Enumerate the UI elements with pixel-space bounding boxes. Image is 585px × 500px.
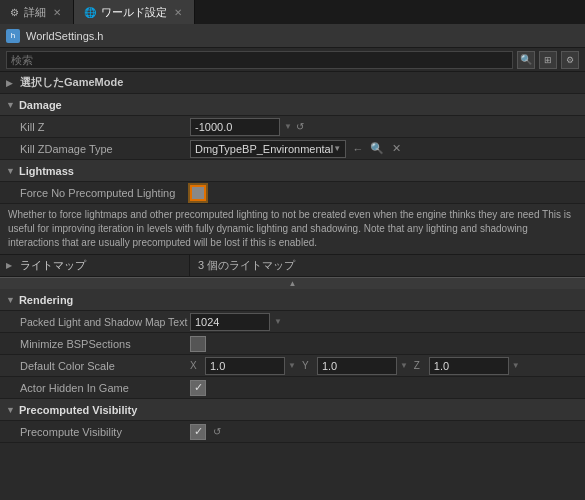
minimize-bsp-checkbox[interactable] [190,336,206,352]
precomputed-label: Precomputed Visibility [19,404,137,416]
packed-light-dropdown-icon[interactable]: ▼ [274,317,282,326]
kill-zdamage-value: DmgTypeBP_Environmental ▼ ← 🔍 ✕ [190,140,585,158]
kill-zdamage-row: Kill ZDamage Type DmgTypeBP_Environmenta… [0,138,585,160]
precompute-vis-checkbox[interactable]: ✓ [190,424,206,440]
kill-zdamage-arrow-icon[interactable]: ← [350,141,366,157]
details-tab-close[interactable]: ✕ [51,6,63,18]
kill-zdamage-dropdown-text: DmgTypeBP_Environmental [195,143,333,155]
precompute-vis-check-icon: ✓ [194,425,203,438]
grid-view-button[interactable]: ⊞ [539,51,557,69]
rendering-arrow-icon: ▼ [6,295,15,305]
gamemode-label: 選択したGameMode [20,75,123,90]
kill-z-input[interactable] [190,118,280,136]
packed-light-row: Packed Light and Shadow Map Text ▼ [0,311,585,333]
actor-hidden-checkbox[interactable]: ✓ [190,380,206,396]
lightmass-label: Lightmass [19,165,74,177]
rendering-section-header[interactable]: ▼ Rendering [0,289,585,311]
actor-hidden-check-icon: ✓ [194,381,203,394]
precompute-vis-row: Precompute Visibility ✓ ↺ [0,421,585,443]
lightmap-row: ▶ ライトマップ 3 個のライトマップ [0,255,585,277]
packed-light-input[interactable] [190,313,270,331]
kill-z-reset-icon[interactable]: ↺ [296,121,304,132]
kill-zdamage-browse-icon[interactable]: 🔍 [369,141,385,157]
force-no-precomputed-label: Force No Precomputed Lighting [0,187,190,199]
x-dropdown-icon[interactable]: ▼ [288,361,296,370]
tab-bar: ⚙ 詳細 ✕ 🌐 ワールド設定 ✕ [0,0,585,24]
default-color-value: X ▼ Y ▼ Z ▼ [190,357,585,375]
tab-world[interactable]: 🌐 ワールド設定 ✕ [74,0,195,24]
precomputed-arrow-icon: ▼ [6,405,15,415]
details-tab-icon: ⚙ [10,7,19,18]
precomputed-section-header[interactable]: ▼ Precomputed Visibility [0,399,585,421]
gamemode-arrow-icon: ▶ [6,78,16,88]
search-button[interactable]: 🔍 [517,51,535,69]
packed-light-label: Packed Light and Shadow Map Text [0,316,190,328]
search-input[interactable] [6,51,513,69]
force-no-precomputed-row: Force No Precomputed Lighting [0,182,585,204]
minimize-bsp-row: Minimize BSPSections [0,333,585,355]
packed-light-value: ▼ [190,313,585,331]
y-dropdown-icon[interactable]: ▼ [400,361,408,370]
search-bar: 🔍 ⊞ ⚙ [0,48,585,72]
lightmap-collapse-icon: ▲ [289,279,297,288]
lightmass-description-text: Whether to force lightmaps and other pre… [8,209,571,248]
minimize-bsp-value [190,336,585,352]
lightmap-count: 3 個のライトマップ [190,258,585,273]
world-tab-close[interactable]: ✕ [172,6,184,18]
xyz-group: X ▼ Y ▼ Z ▼ [190,357,520,375]
world-tab-label: ワールド設定 [101,5,167,20]
kill-zdamage-actions: ← 🔍 ✕ [350,141,404,157]
file-icon: h [6,29,20,43]
x-label: X [190,360,202,371]
toolbar: h WorldSettings.h [0,24,585,48]
force-no-precomputed-value [190,185,585,201]
x-input[interactable] [205,357,285,375]
minimize-bsp-label: Minimize BSPSections [0,338,190,350]
kill-z-row: Kill Z ▼ ↺ [0,116,585,138]
lightmap-label: ライトマップ [20,258,86,273]
kill-z-label: Kill Z [0,121,190,133]
y-input[interactable] [317,357,397,375]
precompute-vis-label: Precompute Visibility [0,426,190,438]
rendering-label: Rendering [19,294,73,306]
lightmap-left[interactable]: ▶ ライトマップ [0,255,190,276]
actor-hidden-label: Actor Hidden In Game [0,382,190,394]
actor-hidden-value: ✓ [190,380,585,396]
lightmass-arrow-icon: ▼ [6,166,15,176]
z-input[interactable] [429,357,509,375]
damage-label: Damage [19,99,62,111]
z-label: Z [414,360,426,371]
gamemode-category[interactable]: ▶ 選択したGameMode [0,72,585,94]
kill-z-value: ▼ ↺ [190,118,585,136]
z-dropdown-icon[interactable]: ▼ [512,361,520,370]
kill-zdamage-dropdown-arrow-icon: ▼ [333,144,341,153]
lightmap-arrow-icon: ▶ [6,261,16,270]
lightmap-collapse-button[interactable]: ▲ [0,277,585,289]
settings-button[interactable]: ⚙ [561,51,579,69]
default-color-row: Default Color Scale X ▼ Y ▼ Z ▼ [0,355,585,377]
actor-hidden-row: Actor Hidden In Game ✓ [0,377,585,399]
kill-zdamage-label: Kill ZDamage Type [0,143,190,155]
kill-z-arrow-icon[interactable]: ▼ [284,122,292,131]
precompute-vis-value: ✓ ↺ [190,424,585,440]
force-no-precomputed-checkbox[interactable] [190,185,206,201]
damage-arrow-icon: ▼ [6,100,15,110]
y-label: Y [302,360,314,371]
lightmass-section-header[interactable]: ▼ Lightmass [0,160,585,182]
kill-zdamage-clear-icon[interactable]: ✕ [388,141,404,157]
filename-label: WorldSettings.h [26,30,103,42]
damage-section-header[interactable]: ▼ Damage [0,94,585,116]
default-color-label: Default Color Scale [0,360,190,372]
world-tab-icon: 🌐 [84,7,96,18]
details-tab-label: 詳細 [24,5,46,20]
tab-details[interactable]: ⚙ 詳細 ✕ [0,0,74,24]
precompute-vis-reset-icon[interactable]: ↺ [213,426,221,437]
lightmass-description: Whether to force lightmaps and other pre… [0,204,585,255]
kill-zdamage-dropdown[interactable]: DmgTypeBP_Environmental ▼ [190,140,346,158]
